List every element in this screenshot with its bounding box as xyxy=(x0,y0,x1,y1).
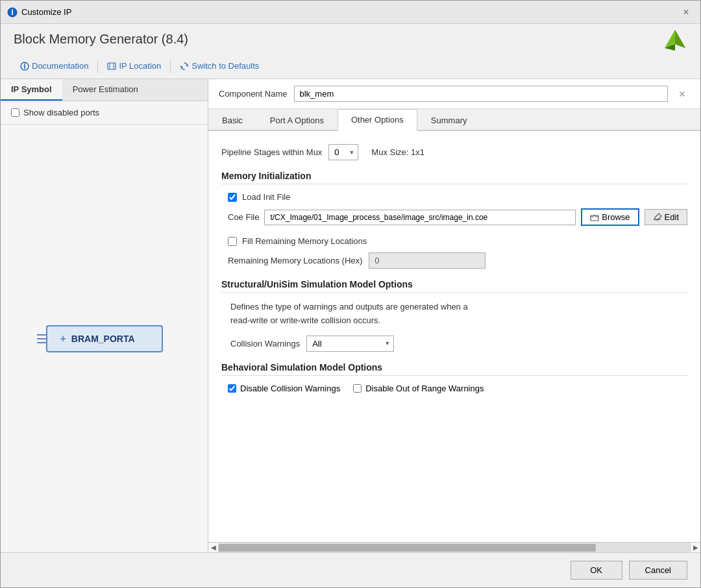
documentation-label: Documentation xyxy=(32,61,88,71)
component-name-clear-button[interactable]: ✕ xyxy=(674,86,690,102)
scrollbar-right-btn[interactable]: ▶ xyxy=(690,543,700,553)
title-bar-text: Customize IP xyxy=(21,7,71,17)
left-panel: IP Symbol Power Estimation Show disabled… xyxy=(1,79,208,552)
collision-warnings-label: Collision Warnings xyxy=(230,339,300,349)
remaining-hex-label: Remaining Memory Locations (Hex) xyxy=(228,256,362,265)
port-line-3 xyxy=(37,342,46,343)
right-panel: Component Name ✕ Basic Port A Options Ot… xyxy=(208,79,700,552)
load-init-file-label[interactable]: Load Init File xyxy=(242,192,290,202)
documentation-button[interactable]: i Documentation xyxy=(14,58,95,73)
edit-label: Edit xyxy=(665,212,679,222)
fill-remaining-label[interactable]: Fill Remaining Memory Locations xyxy=(242,236,367,246)
title-bar: i Customize IP × xyxy=(1,1,700,24)
disable-collision-text: Disable Collision Warnings xyxy=(240,384,340,393)
remaining-hex-row: Remaining Memory Locations (Hex) xyxy=(221,252,687,269)
component-name-label: Component Name xyxy=(219,89,288,99)
show-disabled-ports-text: Show disabled ports xyxy=(23,108,99,117)
tab-basic[interactable]: Basic xyxy=(208,109,256,131)
mux-size-label: Mux Size: 1x1 xyxy=(371,147,424,157)
tabs-row: Basic Port A Options Other Options Summa… xyxy=(208,109,700,131)
sim-section-title: Structural/UniSim Simulation Model Optio… xyxy=(221,279,687,293)
refresh-icon xyxy=(180,62,189,71)
collision-warnings-row: Collision Warnings All None Warning Only… xyxy=(221,336,687,352)
bram-label: BRAM_PORTA xyxy=(71,334,135,344)
behavioral-options-row: Disable Collision Warnings Disable Out o… xyxy=(221,384,687,393)
port-line-1 xyxy=(37,334,46,336)
tab-ip-symbol[interactable]: IP Symbol xyxy=(1,79,62,101)
pipeline-stages-label: Pipeline Stages within Mux xyxy=(221,147,322,157)
show-disabled-ports-checkbox[interactable] xyxy=(11,108,19,117)
left-tabs: IP Symbol Power Estimation xyxy=(1,79,208,101)
edit-icon xyxy=(653,213,662,222)
browse-label: Browse xyxy=(602,212,630,222)
ok-button[interactable]: OK xyxy=(571,561,622,580)
location-icon xyxy=(107,62,116,71)
coe-file-input[interactable] xyxy=(264,210,576,225)
pipeline-stages-select-wrapper: 0 1 2 xyxy=(328,144,358,160)
fill-remaining-checkbox[interactable] xyxy=(228,237,237,246)
ip-location-label: IP Location xyxy=(119,61,161,71)
edit-button[interactable]: Edit xyxy=(645,209,687,225)
toolbar-separator-2 xyxy=(170,60,171,73)
tab-summary[interactable]: Summary xyxy=(417,109,481,131)
disable-out-of-range-text: Disable Out of Range Warnings xyxy=(365,384,484,393)
scrollbar-thumb[interactable] xyxy=(219,544,596,552)
disable-out-of-range-checkbox[interactable] xyxy=(353,384,362,393)
memory-init-section-title: Memory Initialization xyxy=(221,171,687,184)
bram-plus-icon: + xyxy=(60,333,66,345)
collision-select-wrapper: All None Warning Only Generate X Only xyxy=(306,336,394,352)
scrollbar-left-btn[interactable]: ◀ xyxy=(208,543,219,553)
cancel-button[interactable]: Cancel xyxy=(629,561,687,580)
toolbar-separator-1 xyxy=(97,60,98,73)
tab-porta-options[interactable]: Port A Options xyxy=(256,109,338,131)
footer: OK Cancel xyxy=(1,552,700,587)
browse-button[interactable]: Browse xyxy=(581,208,639,226)
svg-text:i: i xyxy=(23,62,26,71)
bram-block: + BRAM_PORTA xyxy=(46,325,163,352)
component-name-row: Component Name ✕ xyxy=(208,79,700,109)
tab-content: Pipeline Stages within Mux 0 1 2 Mux Siz… xyxy=(208,131,700,542)
load-init-file-checkbox[interactable] xyxy=(228,193,237,202)
app-title: Block Memory Generator (8.4) xyxy=(14,32,687,47)
svg-text:i: i xyxy=(11,7,14,17)
pipeline-stages-select[interactable]: 0 1 2 xyxy=(328,144,358,160)
disable-out-of-range-label[interactable]: Disable Out of Range Warnings xyxy=(353,384,484,393)
tab-power-estimation[interactable]: Power Estimation xyxy=(62,79,149,101)
app-header: Block Memory Generator (8.4) xyxy=(1,24,700,58)
symbol-area: + BRAM_PORTA xyxy=(1,125,208,552)
load-init-file-row: Load Init File xyxy=(221,192,687,202)
collision-warnings-select[interactable]: All None Warning Only Generate X Only xyxy=(306,336,394,352)
tab-other-options[interactable]: Other Options xyxy=(338,109,417,131)
browse-icon xyxy=(590,213,599,222)
component-name-input[interactable] xyxy=(294,86,669,102)
coe-file-row: Coe File Browse Edit xyxy=(221,208,687,226)
svg-rect-7 xyxy=(108,63,116,69)
main-window: i Customize IP × Block Memory Generator … xyxy=(0,0,701,588)
logo-area xyxy=(662,27,688,55)
coe-file-label: Coe File xyxy=(228,212,259,222)
switch-defaults-label: Switch to Defaults xyxy=(191,61,259,71)
sim-description: Defines the type of warnings and outputs… xyxy=(221,300,687,328)
svg-marker-3 xyxy=(675,30,685,48)
bram-ports-left xyxy=(37,334,46,343)
scrollbar-track[interactable] xyxy=(219,543,690,553)
title-bar-left: i Customize IP xyxy=(7,7,71,18)
svg-rect-12 xyxy=(591,215,598,221)
show-disabled-ports-label[interactable]: Show disabled ports xyxy=(11,108,99,117)
left-options: Show disabled ports xyxy=(1,101,208,125)
fill-remaining-row: Fill Remaining Memory Locations xyxy=(221,236,687,246)
horizontal-scrollbar: ◀ ▶ xyxy=(208,542,700,552)
pipeline-stages-row: Pipeline Stages within Mux 0 1 2 Mux Siz… xyxy=(221,144,687,160)
port-line-2 xyxy=(37,338,46,339)
main-content: IP Symbol Power Estimation Show disabled… xyxy=(1,79,700,552)
switch-defaults-button[interactable]: Switch to Defaults xyxy=(173,58,265,73)
info-icon: i xyxy=(20,62,29,71)
toolbar: i Documentation IP Location Switch to De… xyxy=(1,58,700,79)
vivado-logo xyxy=(662,27,688,53)
remaining-hex-input[interactable] xyxy=(369,252,486,269)
disable-collision-label[interactable]: Disable Collision Warnings xyxy=(228,384,340,393)
disable-collision-checkbox[interactable] xyxy=(228,384,236,393)
behavioral-section-title: Behavioral Simulation Model Options xyxy=(221,362,687,376)
close-button[interactable]: × xyxy=(678,5,694,20)
ip-location-button[interactable]: IP Location xyxy=(101,58,167,73)
